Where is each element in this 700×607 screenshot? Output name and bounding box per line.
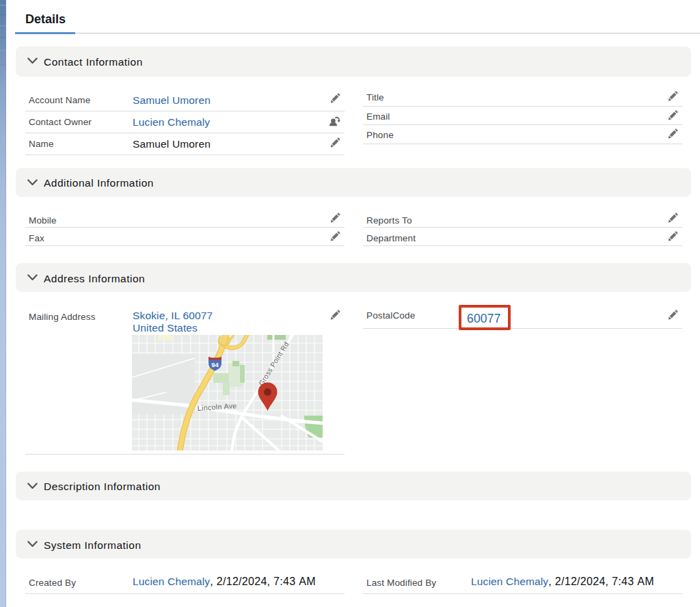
svg-text:94: 94 (211, 361, 219, 368)
